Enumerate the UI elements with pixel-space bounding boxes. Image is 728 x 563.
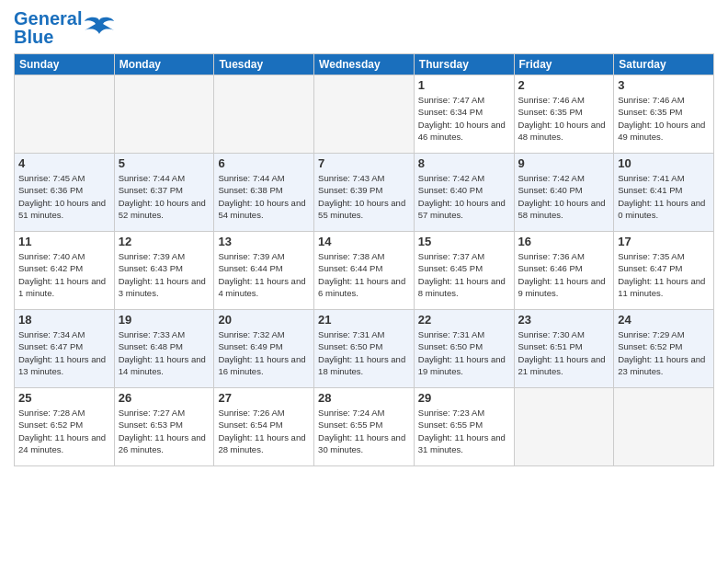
day-info: Sunrise: 7:39 AM Sunset: 6:43 PM Dayligh… (119, 250, 210, 299)
day-number: 4 (18, 156, 110, 170)
calendar-cell (314, 75, 415, 154)
calendar-cell (114, 75, 214, 154)
weekday-wednesday: Wednesday (314, 54, 415, 75)
weekday-saturday: Saturday (614, 54, 714, 75)
weekday-friday: Friday (514, 54, 614, 75)
calendar-cell: 13Sunrise: 7:39 AM Sunset: 6:44 PM Dayli… (214, 232, 314, 310)
calendar-cell: 8Sunrise: 7:42 AM Sunset: 6:40 PM Daylig… (414, 154, 514, 232)
day-number: 11 (18, 235, 110, 248)
calendar-cell: 16Sunrise: 7:36 AM Sunset: 6:46 PM Dayli… (514, 232, 614, 310)
day-info: Sunrise: 7:47 AM Sunset: 6:34 PM Dayligh… (418, 94, 510, 143)
day-number: 10 (618, 156, 710, 170)
day-info: Sunrise: 7:23 AM Sunset: 6:55 PM Dayligh… (418, 407, 510, 455)
day-info: Sunrise: 7:33 AM Sunset: 6:48 PM Dayligh… (119, 328, 210, 377)
day-info: Sunrise: 7:44 AM Sunset: 6:37 PM Dayligh… (119, 172, 210, 221)
day-number: 29 (418, 391, 510, 405)
day-info: Sunrise: 7:31 AM Sunset: 6:50 PM Dayligh… (318, 328, 410, 377)
day-number: 6 (218, 156, 310, 170)
day-info: Sunrise: 7:30 AM Sunset: 6:51 PM Dayligh… (518, 328, 610, 377)
day-info: Sunrise: 7:32 AM Sunset: 6:49 PM Dayligh… (218, 328, 310, 377)
day-number: 1 (418, 78, 510, 92)
calendar-cell: 12Sunrise: 7:39 AM Sunset: 6:43 PM Dayli… (114, 232, 214, 310)
day-info: Sunrise: 7:45 AM Sunset: 6:36 PM Dayligh… (18, 172, 110, 221)
header: General Blue (14, 9, 714, 46)
calendar-cell: 25Sunrise: 7:28 AM Sunset: 6:52 PM Dayli… (15, 388, 115, 466)
day-info: Sunrise: 7:31 AM Sunset: 6:50 PM Dayligh… (418, 328, 510, 377)
day-number: 7 (318, 156, 410, 170)
day-number: 9 (518, 156, 610, 170)
weekday-sunday: Sunday (15, 54, 115, 75)
calendar-cell: 18Sunrise: 7:34 AM Sunset: 6:47 PM Dayli… (15, 310, 115, 388)
day-number: 17 (618, 235, 710, 248)
day-number: 15 (418, 235, 510, 248)
calendar-cell: 2Sunrise: 7:46 AM Sunset: 6:35 PM Daylig… (514, 75, 614, 154)
day-number: 2 (518, 78, 610, 92)
day-info: Sunrise: 7:46 AM Sunset: 6:35 PM Dayligh… (518, 94, 610, 143)
day-number: 23 (518, 313, 610, 327)
calendar-cell: 24Sunrise: 7:29 AM Sunset: 6:52 PM Dayli… (614, 310, 714, 388)
day-number: 20 (218, 313, 310, 327)
calendar-cell: 9Sunrise: 7:42 AM Sunset: 6:40 PM Daylig… (514, 154, 614, 232)
calendar-cell (15, 75, 115, 154)
day-info: Sunrise: 7:42 AM Sunset: 6:40 PM Dayligh… (418, 172, 510, 221)
calendar-cell: 5Sunrise: 7:44 AM Sunset: 6:37 PM Daylig… (114, 154, 214, 232)
day-number: 18 (18, 313, 110, 327)
calendar-cell: 29Sunrise: 7:23 AM Sunset: 6:55 PM Dayli… (414, 388, 514, 466)
calendar-cell: 6Sunrise: 7:44 AM Sunset: 6:38 PM Daylig… (214, 154, 314, 232)
logo: General Blue (14, 9, 114, 46)
calendar-page: General Blue SundayMondayTuesdayWednesda… (0, 0, 728, 563)
day-number: 14 (318, 235, 410, 248)
bird-icon (85, 15, 114, 40)
calendar-cell: 14Sunrise: 7:38 AM Sunset: 6:44 PM Dayli… (314, 232, 415, 310)
day-number: 13 (218, 235, 310, 248)
day-info: Sunrise: 7:27 AM Sunset: 6:53 PM Dayligh… (119, 407, 210, 455)
day-info: Sunrise: 7:37 AM Sunset: 6:45 PM Dayligh… (418, 250, 510, 299)
day-info: Sunrise: 7:39 AM Sunset: 6:44 PM Dayligh… (218, 250, 310, 299)
calendar-cell: 17Sunrise: 7:35 AM Sunset: 6:47 PM Dayli… (614, 232, 714, 310)
calendar-cell: 21Sunrise: 7:31 AM Sunset: 6:50 PM Dayli… (314, 310, 415, 388)
day-info: Sunrise: 7:28 AM Sunset: 6:52 PM Dayligh… (18, 407, 110, 455)
day-info: Sunrise: 7:46 AM Sunset: 6:35 PM Dayligh… (618, 94, 710, 143)
calendar-cell: 3Sunrise: 7:46 AM Sunset: 6:35 PM Daylig… (614, 75, 714, 154)
day-number: 12 (119, 235, 210, 248)
calendar-cell: 27Sunrise: 7:26 AM Sunset: 6:54 PM Dayli… (214, 388, 314, 466)
logo-blue: Blue (14, 28, 53, 46)
week-row-4: 18Sunrise: 7:34 AM Sunset: 6:47 PM Dayli… (15, 310, 714, 388)
day-info: Sunrise: 7:38 AM Sunset: 6:44 PM Dayligh… (318, 250, 410, 299)
day-number: 16 (518, 235, 610, 248)
day-info: Sunrise: 7:42 AM Sunset: 6:40 PM Dayligh… (518, 172, 610, 221)
day-number: 27 (218, 391, 310, 405)
day-number: 22 (418, 313, 510, 327)
calendar-cell (214, 75, 314, 154)
day-info: Sunrise: 7:44 AM Sunset: 6:38 PM Dayligh… (218, 172, 310, 221)
day-info: Sunrise: 7:26 AM Sunset: 6:54 PM Dayligh… (218, 407, 310, 455)
calendar-cell: 22Sunrise: 7:31 AM Sunset: 6:50 PM Dayli… (414, 310, 514, 388)
day-number: 8 (418, 156, 510, 170)
calendar-cell: 10Sunrise: 7:41 AM Sunset: 6:41 PM Dayli… (614, 154, 714, 232)
calendar-cell: 20Sunrise: 7:32 AM Sunset: 6:49 PM Dayli… (214, 310, 314, 388)
day-number: 28 (318, 391, 410, 405)
week-row-3: 11Sunrise: 7:40 AM Sunset: 6:42 PM Dayli… (15, 232, 714, 310)
calendar-cell: 7Sunrise: 7:43 AM Sunset: 6:39 PM Daylig… (314, 154, 415, 232)
calendar-cell: 15Sunrise: 7:37 AM Sunset: 6:45 PM Dayli… (414, 232, 514, 310)
weekday-monday: Monday (114, 54, 214, 75)
weekday-header-row: SundayMondayTuesdayWednesdayThursdayFrid… (15, 54, 714, 75)
weekday-thursday: Thursday (414, 54, 514, 75)
day-number: 21 (318, 313, 410, 327)
day-info: Sunrise: 7:40 AM Sunset: 6:42 PM Dayligh… (18, 250, 110, 299)
day-info: Sunrise: 7:29 AM Sunset: 6:52 PM Dayligh… (618, 328, 710, 377)
calendar-table: SundayMondayTuesdayWednesdayThursdayFrid… (14, 53, 714, 466)
day-number: 25 (18, 391, 110, 405)
calendar-cell: 11Sunrise: 7:40 AM Sunset: 6:42 PM Dayli… (15, 232, 115, 310)
day-info: Sunrise: 7:34 AM Sunset: 6:47 PM Dayligh… (18, 328, 110, 377)
day-info: Sunrise: 7:35 AM Sunset: 6:47 PM Dayligh… (618, 250, 710, 299)
day-number: 26 (119, 391, 210, 405)
day-info: Sunrise: 7:43 AM Sunset: 6:39 PM Dayligh… (318, 172, 410, 221)
day-info: Sunrise: 7:41 AM Sunset: 6:41 PM Dayligh… (618, 172, 710, 221)
calendar-cell (614, 388, 714, 466)
weekday-tuesday: Tuesday (214, 54, 314, 75)
calendar-cell (514, 388, 614, 466)
week-row-2: 4Sunrise: 7:45 AM Sunset: 6:36 PM Daylig… (15, 154, 714, 232)
calendar-cell: 28Sunrise: 7:24 AM Sunset: 6:55 PM Dayli… (314, 388, 415, 466)
day-number: 5 (119, 156, 210, 170)
